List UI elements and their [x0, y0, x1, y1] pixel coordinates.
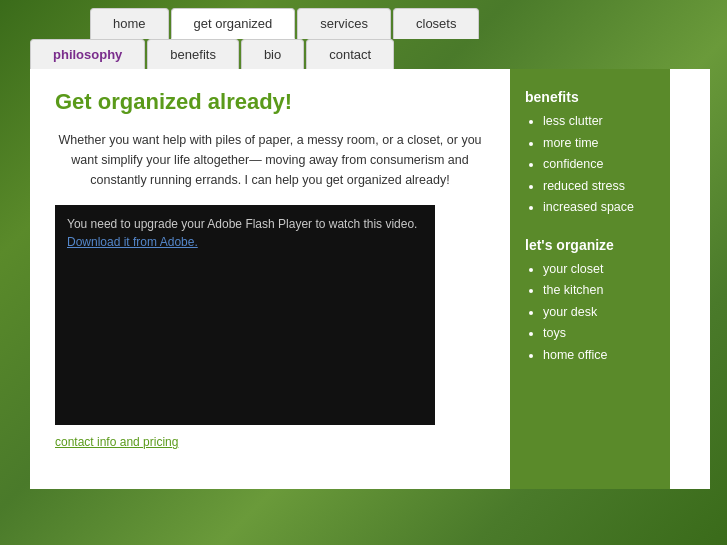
nav-benefits[interactable]: benefits: [147, 39, 239, 69]
sidebar: benefits less clutter more time confiden…: [510, 69, 670, 489]
nav-philosophy[interactable]: philosophy: [30, 39, 145, 69]
content-area: Get organized already! Whether you want …: [30, 69, 710, 489]
nav-home[interactable]: home: [90, 8, 169, 39]
list-item: home office: [543, 347, 655, 365]
nav-services[interactable]: services: [297, 8, 391, 39]
sidebar-benefits-list: less clutter more time confidence reduce…: [525, 113, 655, 217]
nav-row-2: philosophy benefits bio contact: [30, 39, 710, 69]
main-wrapper: home get organized services closets phil…: [30, 0, 710, 489]
sidebar-organize-list: your closet the kitchen your desk toys h…: [525, 261, 655, 365]
nav-contact[interactable]: contact: [306, 39, 394, 69]
intro-text: Whether you want help with piles of pape…: [55, 130, 485, 190]
list-item: more time: [543, 135, 655, 153]
list-item: toys: [543, 325, 655, 343]
navigation: home get organized services closets phil…: [30, 0, 710, 69]
contact-pricing-link[interactable]: contact info and pricing: [55, 435, 485, 449]
nav-bio[interactable]: bio: [241, 39, 304, 69]
list-item: confidence: [543, 156, 655, 174]
list-item: your closet: [543, 261, 655, 279]
sidebar-organize-title: let's organize: [525, 237, 655, 253]
list-item: reduced stress: [543, 178, 655, 196]
flash-download-link[interactable]: Download it from Adobe.: [67, 235, 423, 249]
main-content: Get organized already! Whether you want …: [30, 69, 510, 489]
nav-closets[interactable]: closets: [393, 8, 479, 39]
sidebar-benefits-title: benefits: [525, 89, 655, 105]
nav-row-1: home get organized services closets: [30, 8, 710, 39]
nav-get-organized[interactable]: get organized: [171, 8, 296, 39]
list-item: the kitchen: [543, 282, 655, 300]
list-item: less clutter: [543, 113, 655, 131]
flash-message: You need to upgrade your Adobe Flash Pla…: [67, 217, 423, 231]
list-item: your desk: [543, 304, 655, 322]
list-item: increased space: [543, 199, 655, 217]
video-placeholder: You need to upgrade your Adobe Flash Pla…: [55, 205, 435, 425]
page-title: Get organized already!: [55, 89, 485, 115]
